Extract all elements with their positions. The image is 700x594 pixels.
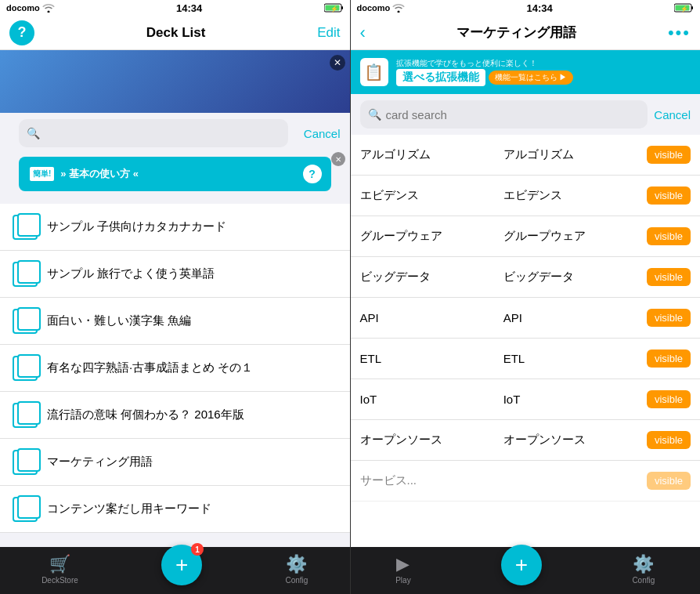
tab-play[interactable]: ▶ Play — [395, 554, 410, 585]
visible-badge[interactable]: visible — [647, 309, 691, 327]
right-battery: ⚡ — [674, 3, 694, 13]
visible-badge[interactable]: visible — [647, 472, 691, 490]
right-panel: docomo 14:34 ⚡ ‹ マーケティング用語 ••• 📋 拡張機能で学び… — [351, 0, 701, 594]
deck-item-label: 流行語の意味 何個わかる？ 2016年版 — [47, 407, 244, 422]
tab-config-left[interactable]: ⚙️ Config — [285, 554, 308, 585]
card-row[interactable]: アルゴリズム アルゴリズム visible — [351, 135, 701, 176]
card-back: API — [503, 311, 640, 324]
deck-icon — [13, 450, 38, 475]
left-cancel-button[interactable]: Cancel — [304, 127, 341, 140]
promo-main-row: 選べる拡張機能 機能一覧はこちら ▶ — [396, 69, 574, 86]
card-front: オープンソース — [360, 433, 497, 447]
right-search-row: 🔍 Cancel — [351, 94, 701, 135]
card-row[interactable]: サービス... visible — [351, 461, 701, 502]
left-wifi-icon — [42, 3, 55, 13]
visible-badge[interactable]: visible — [647, 431, 691, 449]
card-back: アルゴリズム — [503, 147, 640, 162]
deck-item[interactable]: 有名な四字熟語·古事成語まとめ その１ — [0, 345, 350, 392]
left-status-bar: docomo 14:34 ⚡ — [0, 0, 350, 16]
card-row[interactable]: IoT IoT visible — [351, 379, 701, 420]
visible-badge[interactable]: visible — [647, 350, 691, 368]
card-front: ビッグデータ — [360, 270, 497, 284]
visible-badge[interactable]: visible — [647, 390, 691, 408]
deck-item-label: サンプル 旅行でよく使う英単語 — [47, 266, 215, 281]
deck-icon — [13, 403, 38, 428]
promo-sub-text: 拡張機能で学びをもっと便利に楽しく！ — [396, 58, 574, 69]
right-signal: docomo — [357, 3, 406, 13]
promo-banner[interactable]: 📋 拡張機能で学びをもっと便利に楽しく！ 選べる拡張機能 機能一覧はこちら ▶ — [351, 50, 701, 94]
right-search-icon: 🔍 — [368, 108, 381, 121]
card-front: API — [360, 311, 497, 324]
card-front: グループウェア — [360, 229, 497, 244]
tab-play-label: Play — [395, 576, 410, 585]
svg-rect-1 — [341, 6, 343, 9]
deck-item-label: コンテンツ案だし用キーワード — [47, 502, 211, 516]
deck-item[interactable]: サンプル 子供向けカタカナカード — [0, 204, 350, 251]
back-button[interactable]: ‹ — [360, 23, 366, 43]
deck-item[interactable]: コンテンツ案だし用キーワード — [0, 486, 350, 533]
visible-badge[interactable]: visible — [647, 146, 691, 164]
deck-item[interactable]: 流行語の意味 何個わかる？ 2016年版 — [0, 392, 350, 439]
tutorial-help-icon[interactable]: ? — [303, 165, 322, 183]
card-row[interactable]: オープンソース オープンソース visible — [351, 420, 701, 461]
fab-badge: 1 — [191, 543, 204, 556]
visible-badge[interactable]: visible — [647, 187, 691, 205]
left-search-bar[interactable]: 🔍 — [19, 119, 288, 147]
left-search-row: 🔍 Cancel — [0, 113, 350, 154]
left-nav-title: Deck List — [146, 25, 206, 41]
edit-button[interactable]: Edit — [317, 25, 340, 41]
card-back: IoT — [503, 393, 640, 406]
deck-icon — [13, 262, 38, 287]
visible-badge[interactable]: visible — [647, 227, 691, 245]
card-back: ビッグデータ — [503, 270, 640, 284]
right-nav-bar: ‹ マーケティング用語 ••• — [351, 16, 701, 50]
card-front: サービス... — [360, 473, 497, 488]
config-icon: ⚙️ — [286, 554, 307, 574]
promo-main-text: 選べる拡張機能 — [396, 69, 485, 86]
deck-item[interactable]: マーケティング用語 — [0, 439, 350, 486]
tab-deckstore[interactable]: 🛒 DeckStore — [41, 554, 78, 585]
help-button[interactable]: ? — [9, 20, 34, 45]
tutorial-close-button[interactable]: ✕ — [331, 152, 345, 166]
more-button[interactable]: ••• — [668, 23, 691, 43]
svg-text:⚡: ⚡ — [330, 5, 338, 13]
card-row[interactable]: ETL ETL visible — [351, 339, 701, 379]
banner-close-button[interactable]: ✕ — [330, 55, 345, 71]
right-status-bar: docomo 14:34 ⚡ — [351, 0, 701, 16]
left-search-input[interactable] — [45, 127, 280, 140]
visible-badge[interactable]: visible — [647, 268, 691, 286]
deck-item[interactable]: 面白い・難しい漢字集 魚編 — [0, 298, 350, 345]
tutorial-banner[interactable]: 簡単! » 基本の使い方 « ? — [19, 157, 331, 191]
card-row[interactable]: API API visible — [351, 298, 701, 339]
right-cancel-button[interactable]: Cancel — [654, 108, 691, 121]
card-table: アルゴリズム アルゴリズム visible エビデンス エビデンス visibl… — [351, 135, 701, 547]
deck-item-label: 有名な四字熟語·古事成語まとめ その１ — [47, 360, 253, 375]
promo-cta-button[interactable]: 機能一覧はこちら ▶ — [489, 71, 574, 85]
right-time: 14:34 — [527, 2, 553, 14]
deck-list: サンプル 子供向けカタカナカード サンプル 旅行でよく使う英単語 面白い・難しい… — [0, 204, 350, 547]
tab-config-right[interactable]: ⚙️ Config — [632, 554, 655, 585]
fab-add-button[interactable]: + 1 — [161, 545, 202, 585]
right-search-bar[interactable]: 🔍 — [360, 100, 648, 129]
card-front: アルゴリズム — [360, 147, 497, 162]
deck-icon — [13, 497, 38, 522]
left-carrier: docomo — [6, 3, 40, 13]
card-row[interactable]: グループウェア グループウェア visible — [351, 216, 701, 257]
right-config-icon: ⚙️ — [633, 554, 654, 574]
tab-config-right-label: Config — [632, 576, 655, 585]
card-row[interactable]: エビデンス エビデンス visible — [351, 176, 701, 216]
card-front: エビデンス — [360, 188, 497, 203]
card-row[interactable]: ビッグデータ ビッグデータ visible — [351, 257, 701, 298]
easy-badge: 簡単! — [28, 165, 56, 183]
deck-item-label: 面白い・難しい漢字集 魚編 — [47, 313, 191, 328]
right-fab-add-button[interactable]: + — [501, 545, 542, 585]
deck-item-label: サンプル 子供向けカタカナカード — [47, 219, 226, 234]
svg-rect-5 — [691, 6, 693, 9]
right-search-input[interactable] — [386, 108, 640, 121]
card-back: エビデンス — [503, 188, 640, 203]
deck-item[interactable]: サンプル 旅行でよく使う英単語 — [0, 251, 350, 298]
left-battery-icon: ⚡ — [324, 3, 344, 13]
tab-config-left-label: Config — [285, 576, 308, 585]
deckstore-icon: 🛒 — [49, 554, 70, 574]
deck-item-label: マーケティング用語 — [47, 455, 153, 469]
